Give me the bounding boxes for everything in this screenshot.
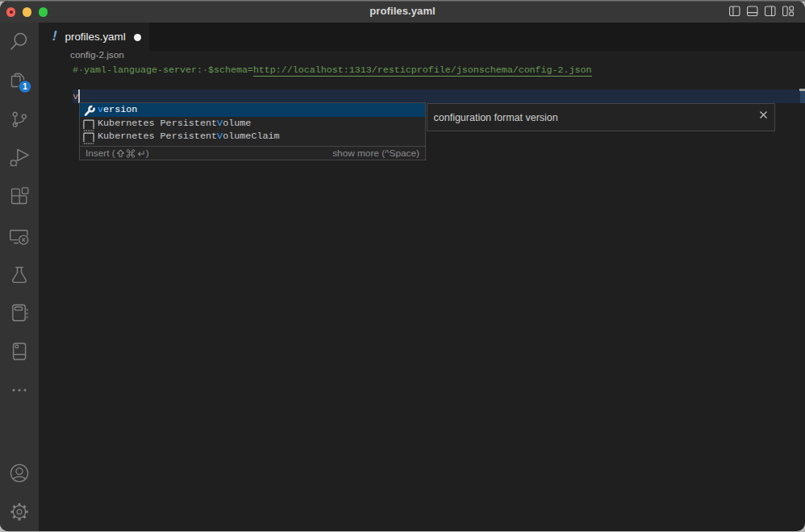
svg-text:1: 1	[23, 82, 27, 91]
